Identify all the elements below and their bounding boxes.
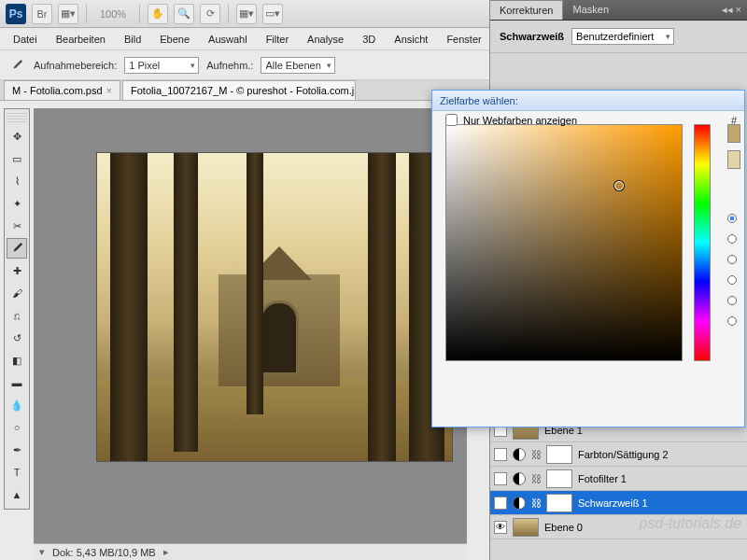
wand-tool[interactable]: ✦ <box>7 193 27 214</box>
heal-tool[interactable]: ✚ <box>7 260 27 281</box>
visibility-toggle[interactable] <box>494 448 507 461</box>
adjustment-preset-dropdown[interactable]: Benutzerdefiniert <box>571 28 674 45</box>
menu-3d[interactable]: 3D <box>355 31 383 48</box>
doc-size: Dok: 5,43 MB/10,9 MB <box>52 547 156 558</box>
sample-size-dropdown[interactable]: 1 Pixel <box>124 57 199 74</box>
move-tool[interactable]: ✥ <box>7 126 27 147</box>
radio-bl[interactable] <box>727 316 737 326</box>
zoom-tool-button[interactable]: 🔍 <box>174 4 194 24</box>
eraser-tool[interactable]: ◧ <box>7 350 27 371</box>
zoom-level[interactable]: 100% <box>94 8 132 20</box>
sample-size-label: Aufnahmebereich: <box>34 60 117 71</box>
path-select-tool[interactable]: ▲ <box>7 484 27 505</box>
layout-preset-button[interactable]: ▦▾ <box>58 4 78 24</box>
menu-fenster[interactable]: Fenster <box>439 31 488 48</box>
layer-name: Ebene 0 <box>544 522 583 533</box>
radio-s[interactable] <box>727 234 737 244</box>
menu-datei[interactable]: Datei <box>6 31 45 48</box>
web-colors-option: Nur Webfarben anzeigen <box>445 114 577 126</box>
tab-korrekturen[interactable]: Korrekturen <box>490 0 563 20</box>
separator <box>228 5 229 23</box>
arrange-docs-button[interactable]: ▦▾ <box>236 4 257 24</box>
layer-row[interactable]: ⛓ Farbton/Sättigung 2 <box>490 442 747 467</box>
status-menu-arrow[interactable]: ▸ <box>163 546 169 558</box>
panel-tabs: Korrekturen Masken ◂◂ × <box>490 0 747 21</box>
color-swatches <box>727 124 740 169</box>
dodge-tool[interactable]: ○ <box>7 417 27 438</box>
color-picker-body: Nur Webfarben anzeigen # <box>432 111 744 137</box>
bridge-button[interactable]: Br <box>32 4 52 24</box>
tab-masken[interactable]: Masken <box>563 0 618 20</box>
radio-g[interactable] <box>727 296 737 305</box>
palette-grip[interactable] <box>7 113 27 122</box>
brush-tool[interactable]: 🖌 <box>7 283 27 303</box>
color-cursor[interactable] <box>614 181 624 190</box>
menu-bearbeiten[interactable]: Bearbeiten <box>49 31 113 48</box>
layer-name: Schwarzweiß 1 <box>578 497 648 509</box>
saturation-value-field[interactable] <box>445 124 683 361</box>
document-tab[interactable]: M - Fotolia.com.psd × <box>4 80 120 100</box>
eyedropper-tool[interactable] <box>7 238 27 259</box>
menu-ansicht[interactable]: Ansicht <box>387 31 435 48</box>
layer-thumbnail <box>513 518 539 537</box>
menu-filter[interactable]: Filter <box>259 31 296 48</box>
sample-layers-label: Aufnehm.: <box>206 60 253 71</box>
stamp-tool[interactable]: ⎌ <box>7 305 27 326</box>
marquee-tool[interactable]: ▭ <box>7 148 27 169</box>
status-bar: ▾ Dok: 5,43 MB/10,9 MB ▸ <box>34 543 467 560</box>
menu-auswahl[interactable]: Auswahl <box>201 31 255 48</box>
type-tool[interactable]: T <box>7 462 27 483</box>
layer-row-selected[interactable]: ⛓ Schwarzweiß 1 <box>490 491 747 515</box>
radio-r[interactable] <box>727 275 737 285</box>
visibility-toggle[interactable] <box>494 472 507 485</box>
dialog-titlebar[interactable]: Zielfarbe wählen: <box>432 91 744 111</box>
separator <box>86 5 87 23</box>
image-tree <box>368 153 396 461</box>
panel-collapse-icon[interactable]: ◂◂ × <box>716 0 747 20</box>
tab-title: M - Fotolia.com.psd <box>12 85 103 96</box>
adjustment-icon <box>513 497 526 510</box>
document-tab-active[interactable]: Fotolia_10072167_M - © pureshot - Fotoli… <box>122 80 356 100</box>
menu-analyse[interactable]: Analyse <box>300 31 351 48</box>
visibility-toggle[interactable] <box>494 497 507 510</box>
link-icon: ⛓ <box>531 497 541 509</box>
pen-tool[interactable]: ✒ <box>7 440 27 460</box>
link-icon: ⛓ <box>531 473 541 484</box>
layer-row[interactable]: Ebene 0 <box>490 515 747 539</box>
screen-mode-button[interactable]: ▭▾ <box>262 4 283 24</box>
color-model-radios <box>727 214 739 326</box>
visibility-toggle[interactable] <box>494 521 507 534</box>
sample-layers-dropdown[interactable]: Alle Ebenen <box>261 57 335 74</box>
tab-title: Fotolia_10072167_M - © pureshot - Fotoli… <box>131 85 356 96</box>
canvas-area[interactable] <box>34 108 467 543</box>
lasso-tool[interactable]: ⌇ <box>7 171 27 191</box>
adjustment-header: Schwarzweiß Benutzerdefiniert <box>490 21 747 53</box>
photoshop-window: Ps Br ▦▾ 100% ✋ 🔍 ⟳ ▦▾ ▭▾ — ▢ × Datei Be… <box>0 0 747 560</box>
web-colors-checkbox[interactable] <box>445 114 458 126</box>
document-canvas[interactable] <box>97 153 452 461</box>
radio-h[interactable] <box>727 214 737 223</box>
history-brush-tool[interactable]: ↺ <box>7 328 27 348</box>
eyedropper-icon <box>7 56 26 75</box>
close-tab-icon[interactable]: × <box>106 85 112 96</box>
rotate-view-button[interactable]: ⟳ <box>200 4 220 24</box>
layer-row[interactable]: ⛓ Fotofilter 1 <box>490 467 747 491</box>
separator <box>139 5 140 23</box>
new-color-swatch <box>727 124 740 143</box>
menu-ebene[interactable]: Ebene <box>152 31 197 48</box>
crop-tool[interactable]: ✂ <box>7 216 27 236</box>
image-door <box>260 301 299 375</box>
menu-bild[interactable]: Bild <box>117 31 148 48</box>
gradient-tool[interactable]: ▬ <box>7 372 27 393</box>
web-colors-label: Nur Webfarben anzeigen <box>463 115 577 126</box>
link-icon: ⛓ <box>531 449 541 460</box>
radio-b[interactable] <box>727 255 737 264</box>
zoom-field[interactable]: ▾ <box>39 546 45 558</box>
adjustment-name: Schwarzweiß <box>500 31 564 42</box>
current-color-swatch <box>727 150 740 169</box>
mask-thumbnail <box>546 494 572 512</box>
blur-tool[interactable]: 💧 <box>7 395 27 415</box>
hue-slider[interactable] <box>694 124 711 361</box>
photoshop-icon: Ps <box>6 4 26 24</box>
hand-tool-button[interactable]: ✋ <box>148 4 168 24</box>
